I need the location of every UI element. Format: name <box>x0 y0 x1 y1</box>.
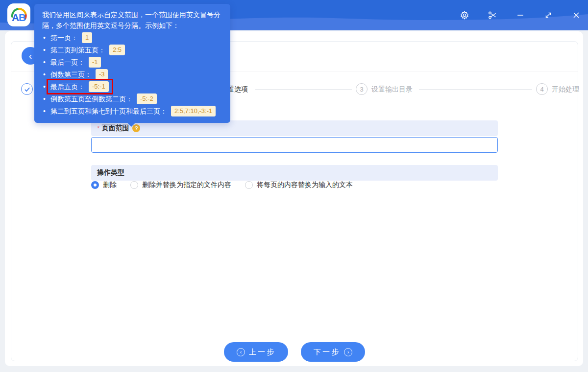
radio-unselected-icon[interactable] <box>130 181 138 189</box>
tooltip-item: 倒数第五页至倒数第二页： -5:-2 <box>42 93 222 104</box>
step-4-circle: 4 <box>536 83 548 95</box>
radio-selected-icon[interactable] <box>91 181 99 189</box>
footer-buttons: ‹ 上一步 下一步 › <box>11 342 578 362</box>
radio-option-delete[interactable]: 删除 <box>91 181 117 189</box>
prev-step-button[interactable]: ‹ 上一步 <box>224 342 288 362</box>
step-1-circle-done <box>21 83 33 95</box>
tooltip-item: 第一页： 1 <box>42 32 222 43</box>
tooltip-arrow <box>127 122 136 127</box>
radio-option-replace-text[interactable]: 将每页的内容替换为输入的文本 <box>245 181 353 189</box>
prev-arrow-icon: ‹ <box>237 348 245 356</box>
operation-type-label-row: 操作类型 <box>91 165 498 181</box>
step-line-3 <box>419 89 532 90</box>
minimize-icon[interactable] <box>515 10 525 20</box>
code-badge: -5:-2 <box>137 93 157 104</box>
step-4-label: 开始处理 <box>552 83 579 95</box>
radio-unselected-icon[interactable] <box>245 181 253 189</box>
next-arrow-icon: › <box>344 348 352 356</box>
code-badge: -5:-1 <box>89 81 109 92</box>
step-line-2 <box>255 89 352 90</box>
tooltip-item: 最后一页： -1 <box>42 57 222 68</box>
operation-type-options: 删除 删除并替换为指定的文件内容 将每页的内容替换为输入的文本 <box>91 181 353 189</box>
logo-text: A <box>12 12 19 23</box>
step-3-label: 设置输出目录 <box>371 83 413 95</box>
radio-label: 将每页的内容替换为输入的文本 <box>257 181 353 189</box>
code-badge: 2:5,7:10,-3:-1 <box>171 106 216 116</box>
settings-gear-icon[interactable] <box>459 10 469 20</box>
check-icon <box>24 86 30 93</box>
prev-step-label: 上一步 <box>249 348 275 357</box>
tooltip-example-list: 第一页： 1 第二页到第五页： 2:5 最后一页： -1 倒数第三页： -3 最… <box>42 32 222 116</box>
code-badge: 1 <box>82 32 92 43</box>
tooltip-item: 第二页到第五页： 2:5 <box>42 45 222 55</box>
next-step-button[interactable]: 下一步 › <box>301 342 365 362</box>
tooltip-intro: 我们使用区间来表示自定义范围，一个范围使用英文冒号分隔，多个范围使用英文逗号分隔… <box>42 9 222 31</box>
operation-type-label: 操作类型 <box>97 168 124 177</box>
radio-option-replace-file[interactable]: 删除并替换为指定的文件内容 <box>130 181 231 189</box>
code-badge: -1 <box>89 57 101 68</box>
radio-label: 删除并替换为指定的文件内容 <box>142 181 231 189</box>
close-icon[interactable] <box>571 10 581 20</box>
page-range-tooltip: 我们使用区间来表示自定义范围，一个范围使用英文冒号分隔，多个范围使用英文逗号分隔… <box>34 4 230 123</box>
page-range-input[interactable] <box>91 137 498 153</box>
svg-text:B: B <box>19 12 26 23</box>
code-badge: 2:5 <box>109 45 125 55</box>
next-step-label: 下一步 <box>314 348 340 357</box>
red-highlight-box: 最后五页： -5:-1 <box>47 79 113 94</box>
code-badge: -3 <box>96 69 108 80</box>
tooltip-item: 第二到五页和第七到十页和最后三页： 2:5,7:10,-3:-1 <box>42 106 222 116</box>
resize-icon[interactable] <box>543 10 553 20</box>
tooltip-item: 倒数第三页： -3 <box>42 69 222 80</box>
tooltip-item-highlighted: 最后五页： -5:-1 <box>42 81 222 92</box>
app-logo: A B <box>7 3 30 26</box>
page-range-label: 页面范围 <box>101 124 129 133</box>
required-asterisk: * <box>97 124 99 132</box>
radio-label: 删除 <box>103 181 117 189</box>
step-3-circle: 3 <box>356 83 368 95</box>
scissors-icon[interactable] <box>487 10 497 20</box>
